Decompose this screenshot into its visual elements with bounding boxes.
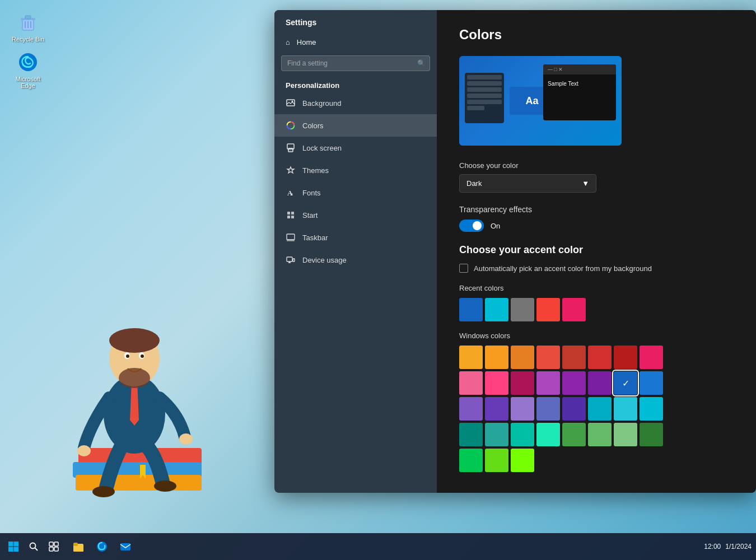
windows-color-swatch[interactable] — [536, 397, 560, 421]
svg-rect-54 — [73, 543, 78, 546]
svg-rect-32 — [287, 212, 290, 214]
windows-color-swatch[interactable] — [640, 423, 663, 446]
windows-color-swatch[interactable] — [640, 346, 663, 369]
preview-background: Aa — □ ✕ Sample Text — [459, 56, 622, 146]
windows-color-swatch[interactable] — [640, 371, 663, 395]
windows-color-swatch[interactable] — [536, 346, 560, 369]
windows-color-swatch[interactable] — [588, 346, 612, 369]
taskbar-time: 12:00 — [704, 543, 721, 550]
recent-color-swatch[interactable] — [511, 298, 534, 321]
svg-point-21 — [179, 433, 193, 445]
sidebar-item-device-usage[interactable]: Device usage — [274, 249, 437, 271]
fonts-icon: Aa — [286, 188, 296, 198]
transparency-toggle[interactable] — [459, 220, 484, 232]
taskbar-search-button[interactable] — [25, 538, 43, 556]
color-mode-dropdown[interactable]: Dark ▼ — [459, 174, 596, 193]
sidebar-home-item[interactable]: ⌂ Home — [274, 32, 437, 52]
windows-color-swatch[interactable] — [562, 397, 586, 421]
transparency-value: On — [491, 222, 500, 230]
svg-rect-34 — [287, 216, 290, 218]
auto-pick-checkbox[interactable] — [459, 264, 468, 273]
task-view-button[interactable] — [45, 538, 63, 556]
recent-color-swatch[interactable] — [562, 298, 586, 321]
sidebar-label-taskbar: Taskbar — [302, 234, 328, 242]
taskbar-app-edge[interactable] — [91, 535, 113, 558]
desktop: Recycle Bin Microsoft Edge — [0, 0, 756, 560]
settings-window: Settings ⌂ Home 🔍 Personalization Backgr… — [274, 10, 756, 493]
windows-color-swatch[interactable] — [588, 423, 612, 446]
svg-rect-48 — [49, 542, 53, 546]
svg-point-14 — [109, 328, 160, 353]
windows-color-swatch[interactable] — [459, 346, 483, 369]
recycle-bin-label: Recycle Bin — [12, 36, 44, 43]
windows-color-swatch[interactable] — [511, 397, 534, 421]
windows-color-swatch[interactable] — [562, 346, 586, 369]
svg-rect-35 — [291, 216, 294, 218]
windows-color-swatch[interactable] — [562, 423, 586, 446]
svg-point-46 — [30, 543, 36, 549]
svg-point-19 — [141, 354, 144, 358]
search-input[interactable] — [281, 55, 430, 71]
recent-color-swatch[interactable] — [536, 298, 560, 321]
taskbar-apps — [67, 535, 137, 558]
windows-color-swatch[interactable] — [485, 397, 508, 421]
start-button[interactable] — [4, 538, 22, 556]
svg-point-18 — [126, 354, 129, 358]
toggle-row: On — [459, 220, 734, 232]
windows-color-swatch[interactable] — [614, 397, 637, 421]
windows-color-swatch[interactable] — [536, 423, 560, 446]
recent-colors — [459, 298, 734, 321]
windows-color-swatch[interactable] — [485, 423, 508, 446]
taskbar-app-explorer[interactable] — [67, 535, 90, 558]
start-menu-icon — [286, 210, 296, 220]
windows-color-swatch[interactable] — [459, 423, 483, 446]
taskbar-app-mail[interactable] — [114, 535, 137, 558]
sidebar-label-colors: Colors — [302, 122, 324, 130]
accent-title: Choose your accent color — [459, 244, 734, 256]
windows-color-swatch[interactable] — [536, 371, 560, 395]
windows-color-swatch[interactable] — [588, 397, 612, 421]
windows-color-swatch[interactable] — [485, 449, 508, 472]
sidebar-search[interactable]: 🔍 — [281, 55, 430, 71]
recycle-bin-icon[interactable]: Recycle Bin — [8, 11, 48, 43]
svg-rect-33 — [291, 212, 294, 214]
sidebar-item-taskbar[interactable]: Taskbar — [274, 226, 437, 249]
svg-rect-56 — [120, 543, 130, 550]
svg-rect-53 — [73, 545, 83, 552]
sidebar-item-fonts[interactable]: Aa Fonts — [274, 181, 437, 204]
sidebar-label-fonts: Fonts — [302, 189, 321, 197]
sidebar-item-colors[interactable]: Colors — [274, 114, 437, 137]
main-content: Colors Aa — [437, 10, 756, 493]
windows-color-swatch[interactable] — [614, 346, 637, 369]
choose-color-label: Choose your color — [459, 161, 734, 170]
svg-rect-45 — [14, 547, 19, 552]
sidebar-label-device: Device usage — [302, 256, 347, 264]
windows-color-swatch[interactable] — [485, 346, 508, 369]
edge-icon[interactable]: Microsoft Edge — [8, 51, 48, 89]
recent-color-swatch[interactable] — [459, 298, 483, 321]
recent-color-swatch[interactable] — [485, 298, 508, 321]
windows-color-swatch[interactable] — [640, 397, 663, 421]
windows-color-swatch[interactable] — [485, 371, 508, 395]
windows-color-swatch[interactable] — [511, 346, 534, 369]
windows-color-swatch[interactable] — [562, 371, 586, 395]
sidebar-item-themes[interactable]: Themes — [274, 159, 437, 181]
windows-color-swatch[interactable] — [459, 397, 483, 421]
svg-point-23 — [154, 480, 176, 492]
windows-color-swatch[interactable] — [511, 423, 534, 446]
dropdown-arrow-icon: ▼ — [582, 179, 589, 188]
sidebar-section-label: Personalization — [274, 77, 437, 92]
windows-color-swatch[interactable] — [588, 371, 612, 395]
svg-point-20 — [77, 445, 91, 456]
windows-color-swatch[interactable] — [614, 371, 637, 395]
settings-title: Settings — [274, 10, 437, 32]
windows-color-swatch[interactable] — [459, 449, 483, 472]
windows-color-swatch[interactable] — [459, 371, 483, 395]
sidebar-item-start[interactable]: Start — [274, 204, 437, 226]
windows-color-swatch[interactable] — [511, 449, 534, 472]
windows-color-swatch[interactable] — [511, 371, 534, 395]
toggle-knob — [473, 221, 482, 230]
windows-color-swatch[interactable] — [614, 423, 637, 446]
sidebar-item-background[interactable]: Background — [274, 92, 437, 114]
sidebar-item-lock-screen[interactable]: Lock screen — [274, 137, 437, 159]
